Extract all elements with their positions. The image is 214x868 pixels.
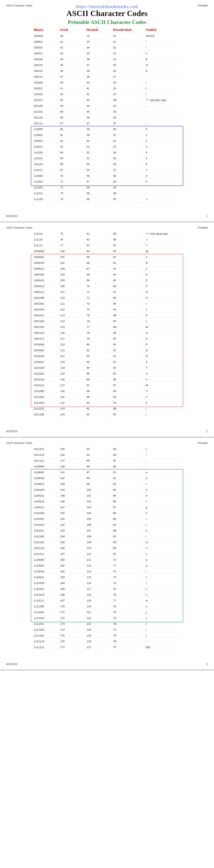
cell: 1001000 [32,295,59,301]
cell: 1110001 [32,563,59,568]
cell: 2E [111,115,144,121]
cell: 76 [59,237,85,243]
header-doc-title: ASCII Character Codes [6,4,32,7]
table-row: 11111177633F? [32,243,182,248]
cell: 82 [85,353,111,359]
cell: o [144,551,182,557]
table-row: 10001001046844D [32,272,182,278]
cell: 1001100 [32,318,59,324]
cell: 111100 [32,196,59,202]
cell: 100001 [32,39,59,45]
cell: 111101 [32,231,59,237]
cell: 6A [111,522,144,528]
cell: 64 [111,487,144,493]
cell: 101 [85,493,111,499]
cell: k [144,528,182,534]
table-row: 11000011419761a [32,469,182,475]
cell: 75 [85,312,111,318]
cell: 95 [85,458,111,464]
cell: 59 [111,394,144,400]
cell: 134 [59,412,85,417]
table-row: 101000504028( [32,80,182,86]
footer-date: 8/25/2019 [6,663,17,665]
table-row: 10101052422A* [32,91,182,97]
cell: 1011000 [32,388,59,394]
cell: 110 [59,295,85,301]
cell: 1111000 [32,603,59,610]
cell: 114 [59,318,85,324]
cell: 94 [85,452,111,458]
column-header: Binary [32,27,59,33]
cell: K [144,312,182,318]
cell: 145 [59,493,85,499]
cell: 1100110 [32,499,59,504]
cell: v [144,592,182,598]
table-row: 100010423422" [32,45,182,51]
table-row: 11111101761267E~ [32,639,182,644]
cell: 2F [111,121,144,126]
cell: 84 [85,365,111,371]
cell: 66 [85,260,111,266]
cell: F [144,283,182,289]
cell: 38 [85,68,111,74]
cell: 34 [111,150,144,156]
cell: 119 [85,598,111,603]
cell: 60 [111,464,144,469]
cell: 1101011 [32,528,59,534]
cell: 123 [85,621,111,627]
cell: 44 [59,56,85,62]
cell: 111 [85,551,111,557]
table-row: 10000111036743C [32,266,182,272]
cell: 78 [111,603,144,610]
header-printable-label: Printable [198,226,208,229]
cell: 48 [85,126,111,132]
table-row: 10100101228252R [32,353,182,359]
cell: 112 [59,307,85,312]
cell: % [144,62,182,68]
table-row: 110010114510165e [32,493,182,499]
cell: 118 [85,592,111,598]
cell: 62 [111,475,144,481]
cell: 73 [111,575,144,580]
cell: ' [144,74,182,80]
cell: 2 [144,138,182,144]
cell: 1010010 [32,353,59,359]
cell: 122 [85,615,111,621]
cell: 75 [111,586,144,592]
cell: 3 [144,144,182,150]
cell: 0 [144,126,182,132]
cell: 3A [111,185,144,190]
table-row: 1011101135935D] [32,446,182,452]
table-row: 100011433523# [32,51,182,56]
cell: 100 [85,487,111,493]
cell: 1000010 [32,260,59,266]
cell: 6E [111,545,144,551]
cell: 43 [111,266,144,272]
cell: 5A [111,400,144,406]
cell: X [144,388,182,394]
cell: 136 [59,452,85,458]
table-row: 1100006048300 [32,126,182,132]
table-row: 1001101115774DM [32,324,182,330]
table-row: 111011116711977w [32,598,182,603]
cell: f [144,499,182,504]
cell: 65 [111,493,144,499]
cell: 99 [85,481,111,487]
cell: 150 [59,510,85,516]
column-header: Octal [59,27,85,33]
cell: - [144,109,182,115]
cell: & [144,68,182,74]
table-row: 11000111439963c [32,481,182,487]
table-row: 1101106654366 [32,161,182,167]
cell: 172 [59,615,85,621]
cell: 29 [111,86,144,91]
table-row: 1001010112744AJ [32,307,182,312]
cell: 1010111 [32,382,59,388]
cell: 71 [85,289,111,295]
cell: 86 [85,377,111,382]
cell: 79 [85,336,111,342]
cell: 57 [85,179,111,185]
table-row: 11110111731237B{ [32,621,182,627]
cell: 2B [111,97,144,103]
cell: 45 [85,109,111,115]
